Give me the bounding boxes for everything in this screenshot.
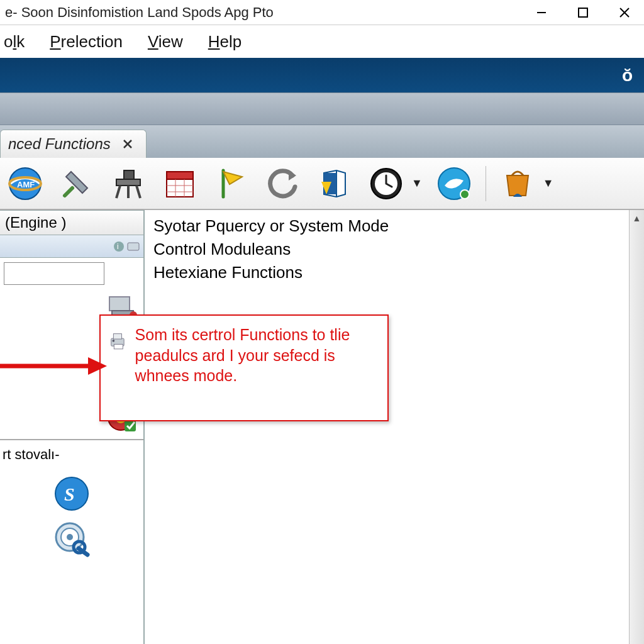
tab-label: nced Functions bbox=[8, 135, 111, 153]
tool-clock-icon[interactable] bbox=[366, 164, 406, 204]
svg-rect-10 bbox=[116, 179, 140, 186]
tool-bird-icon[interactable] bbox=[434, 164, 474, 204]
dropdown-arrow-icon[interactable]: ▼ bbox=[411, 177, 423, 190]
tab-close-button[interactable] bbox=[119, 136, 136, 152]
svg-text:i: i bbox=[117, 242, 119, 251]
tab-advanced-functions[interactable]: nced Functions bbox=[0, 130, 147, 158]
module-icon bbox=[127, 241, 140, 252]
maximize-button[interactable] bbox=[569, 3, 597, 23]
svg-point-21 bbox=[460, 190, 469, 199]
sidebar-separator bbox=[0, 439, 143, 440]
vertical-scrollbar[interactable]: ▲ bbox=[629, 210, 644, 644]
close-button[interactable] bbox=[610, 3, 639, 23]
tool-flag-icon[interactable] bbox=[211, 164, 252, 204]
titlebar: e- Soon Disinfomistion Land Spods Apg Pt… bbox=[0, 0, 644, 25]
window-title: e- Soon Disinfomistion Land Spods Apg Pt… bbox=[5, 4, 274, 21]
tab-row: nced Functions bbox=[0, 125, 644, 158]
svg-text:S: S bbox=[64, 484, 75, 504]
menu-prelection[interactable]: Prelection bbox=[50, 32, 123, 52]
menu-view[interactable]: View bbox=[148, 32, 183, 52]
content-line-3[interactable]: Hetexiane Functions bbox=[153, 262, 389, 284]
arrow-annotation-icon bbox=[0, 353, 110, 379]
tool-book-icon[interactable] bbox=[314, 164, 355, 204]
svg-rect-12 bbox=[167, 179, 193, 197]
svg-rect-9 bbox=[124, 170, 134, 179]
content-line-2[interactable]: Control Moduleans bbox=[153, 238, 389, 260]
window-controls bbox=[527, 3, 639, 23]
content-line-1[interactable]: Syotar Pquercy or System Mode bbox=[153, 215, 389, 237]
tool-pin-icon[interactable] bbox=[57, 164, 97, 204]
sidebar-header: (Engine ) bbox=[0, 210, 143, 235]
tool-undo-icon[interactable] bbox=[263, 164, 303, 204]
callout-annotation: Som its certrol Functions to tlie peadul… bbox=[99, 314, 389, 421]
tool-globe-icon[interactable]: AMF bbox=[5, 164, 45, 204]
sidebar-tree-header[interactable]: i bbox=[0, 235, 143, 258]
minimize-button[interactable] bbox=[527, 3, 556, 23]
tool-camera-icon[interactable] bbox=[108, 164, 148, 204]
svg-rect-1 bbox=[579, 8, 587, 17]
sidebar-section-label: rt stovalı- bbox=[0, 443, 143, 467]
brand-ornament-icon: ŏ bbox=[622, 65, 633, 86]
brand-band: ŏ bbox=[0, 58, 644, 92]
tool-bag-icon[interactable] bbox=[497, 164, 538, 204]
svg-point-22 bbox=[114, 242, 124, 252]
svg-rect-42 bbox=[114, 344, 123, 348]
content-text: Syotar Pquercy or System Mode Control Mo… bbox=[145, 210, 397, 644]
svg-point-38 bbox=[67, 534, 73, 540]
printer-icon bbox=[108, 331, 129, 375]
svg-rect-25 bbox=[109, 297, 130, 311]
menu-item-1[interactable]: olk bbox=[4, 32, 25, 52]
content-pane: Syotar Pquercy or System Mode Control Mo… bbox=[145, 210, 644, 644]
spacer-strip bbox=[0, 92, 644, 125]
svg-rect-11 bbox=[167, 172, 193, 179]
disc-search-icon[interactable] bbox=[53, 521, 90, 557]
s-circle-icon[interactable]: S bbox=[53, 475, 90, 512]
dropdown-arrow-icon[interactable]: ▼ bbox=[543, 177, 554, 190]
sidebar-bottom-icons: S bbox=[0, 467, 143, 566]
sidebar-filter-input[interactable] bbox=[4, 262, 104, 285]
menubar: olk Prelection View Help bbox=[0, 25, 644, 58]
svg-rect-24 bbox=[128, 243, 139, 250]
tool-calendar-icon[interactable] bbox=[160, 164, 200, 204]
menu-help[interactable]: Help bbox=[208, 32, 242, 52]
callout-text: Som its certrol Functions to tlie peadul… bbox=[135, 321, 380, 386]
workspace: (Engine ) i rt stovalı- S Syotar Pquercy… bbox=[0, 209, 644, 644]
toolbar-divider bbox=[486, 166, 486, 201]
scroll-up-icon[interactable]: ▲ bbox=[630, 210, 644, 226]
info-icon: i bbox=[113, 241, 125, 252]
toolbar: AMF ▼ ▼ bbox=[0, 158, 644, 209]
svg-text:AMF: AMF bbox=[17, 180, 35, 189]
svg-point-43 bbox=[113, 340, 115, 342]
svg-rect-41 bbox=[113, 334, 121, 339]
sidebar: (Engine ) i rt stovalı- S bbox=[0, 210, 145, 644]
sidebar-input-row bbox=[0, 258, 143, 289]
